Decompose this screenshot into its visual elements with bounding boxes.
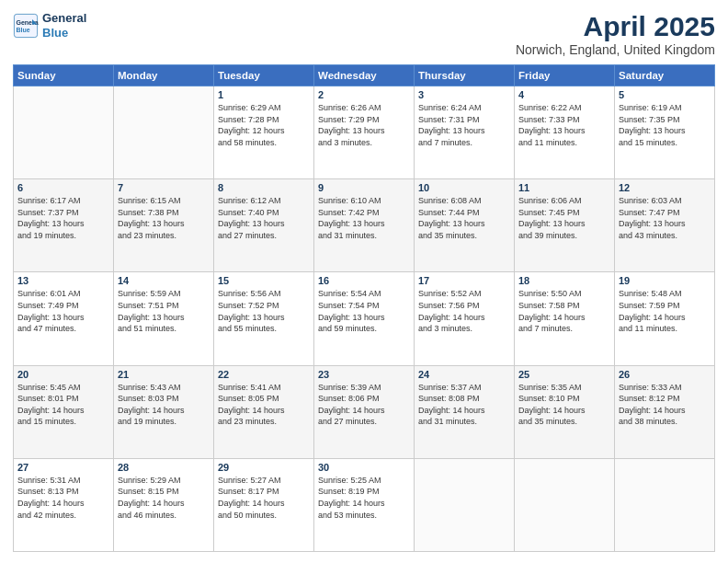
calendar-cell: 15Sunrise: 5:56 AM Sunset: 7:52 PM Dayli… xyxy=(214,272,314,365)
day-info: Sunrise: 5:37 AM Sunset: 8:08 PM Dayligh… xyxy=(418,382,510,428)
main-title: April 2025 xyxy=(516,11,715,42)
calendar-cell: 4Sunrise: 6:22 AM Sunset: 7:33 PM Daylig… xyxy=(515,86,615,179)
page: General Blue General Blue April 2025 Nor… xyxy=(0,0,728,563)
calendar-cell: 28Sunrise: 5:29 AM Sunset: 8:15 PM Dayli… xyxy=(114,458,214,551)
day-number: 4 xyxy=(518,89,610,100)
calendar-cell: 24Sunrise: 5:37 AM Sunset: 8:08 PM Dayli… xyxy=(415,365,515,458)
calendar-day-header: Friday xyxy=(515,65,615,86)
calendar-cell: 18Sunrise: 5:50 AM Sunset: 7:58 PM Dayli… xyxy=(515,272,615,365)
day-info: Sunrise: 5:27 AM Sunset: 8:17 PM Dayligh… xyxy=(218,475,310,521)
day-info: Sunrise: 5:35 AM Sunset: 8:10 PM Dayligh… xyxy=(518,382,610,428)
calendar-cell: 29Sunrise: 5:27 AM Sunset: 8:17 PM Dayli… xyxy=(214,458,314,551)
day-info: Sunrise: 6:06 AM Sunset: 7:45 PM Dayligh… xyxy=(518,195,610,241)
day-number: 10 xyxy=(418,182,510,193)
day-info: Sunrise: 6:24 AM Sunset: 7:31 PM Dayligh… xyxy=(418,102,510,148)
day-info: Sunrise: 5:41 AM Sunset: 8:05 PM Dayligh… xyxy=(218,382,310,428)
day-info: Sunrise: 6:17 AM Sunset: 7:37 PM Dayligh… xyxy=(17,195,109,241)
day-info: Sunrise: 6:15 AM Sunset: 7:38 PM Dayligh… xyxy=(118,195,210,241)
calendar-cell: 13Sunrise: 6:01 AM Sunset: 7:49 PM Dayli… xyxy=(14,272,114,365)
calendar-cell: 9Sunrise: 6:10 AM Sunset: 7:42 PM Daylig… xyxy=(314,179,415,272)
svg-rect-0 xyxy=(14,14,37,37)
day-info: Sunrise: 5:54 AM Sunset: 7:54 PM Dayligh… xyxy=(318,288,410,334)
calendar-cell xyxy=(615,458,715,551)
calendar-week-row: 6Sunrise: 6:17 AM Sunset: 7:37 PM Daylig… xyxy=(14,179,715,272)
day-info: Sunrise: 5:39 AM Sunset: 8:06 PM Dayligh… xyxy=(318,382,410,428)
calendar-cell: 1Sunrise: 6:29 AM Sunset: 7:28 PM Daylig… xyxy=(214,86,314,179)
day-info: Sunrise: 5:52 AM Sunset: 7:56 PM Dayligh… xyxy=(418,288,510,334)
day-number: 17 xyxy=(418,275,510,286)
day-number: 2 xyxy=(318,89,410,100)
calendar-cell xyxy=(14,86,114,179)
calendar-cell xyxy=(515,458,615,551)
calendar-week-row: 20Sunrise: 5:45 AM Sunset: 8:01 PM Dayli… xyxy=(14,365,715,458)
day-info: Sunrise: 6:03 AM Sunset: 7:47 PM Dayligh… xyxy=(619,195,711,241)
day-number: 23 xyxy=(318,369,410,380)
day-info: Sunrise: 6:08 AM Sunset: 7:44 PM Dayligh… xyxy=(418,195,510,241)
day-number: 21 xyxy=(118,369,210,380)
calendar-week-row: 13Sunrise: 6:01 AM Sunset: 7:49 PM Dayli… xyxy=(14,272,715,365)
calendar-cell: 2Sunrise: 6:26 AM Sunset: 7:29 PM Daylig… xyxy=(314,86,415,179)
calendar-day-header: Sunday xyxy=(14,65,114,86)
day-number: 15 xyxy=(218,275,310,286)
day-info: Sunrise: 6:26 AM Sunset: 7:29 PM Dayligh… xyxy=(318,102,410,148)
day-number: 30 xyxy=(318,462,410,473)
calendar-day-header: Saturday xyxy=(615,65,715,86)
calendar-cell: 20Sunrise: 5:45 AM Sunset: 8:01 PM Dayli… xyxy=(14,365,114,458)
calendar-cell: 10Sunrise: 6:08 AM Sunset: 7:44 PM Dayli… xyxy=(415,179,515,272)
logo-line1: General xyxy=(42,11,86,26)
calendar-table: SundayMondayTuesdayWednesdayThursdayFrid… xyxy=(13,64,715,552)
day-info: Sunrise: 5:50 AM Sunset: 7:58 PM Dayligh… xyxy=(518,288,610,334)
calendar-cell: 23Sunrise: 5:39 AM Sunset: 8:06 PM Dayli… xyxy=(314,365,415,458)
day-number: 16 xyxy=(318,275,410,286)
day-number: 29 xyxy=(218,462,310,473)
calendar-cell: 27Sunrise: 5:31 AM Sunset: 8:13 PM Dayli… xyxy=(14,458,114,551)
logo-line2: Blue xyxy=(42,26,86,40)
header: General Blue General Blue April 2025 Nor… xyxy=(13,11,715,57)
day-number: 1 xyxy=(218,89,310,100)
day-number: 5 xyxy=(619,89,711,100)
calendar-cell: 26Sunrise: 5:33 AM Sunset: 8:12 PM Dayli… xyxy=(615,365,715,458)
day-number: 19 xyxy=(619,275,711,286)
day-number: 12 xyxy=(619,182,711,193)
calendar-cell: 6Sunrise: 6:17 AM Sunset: 7:37 PM Daylig… xyxy=(14,179,114,272)
day-number: 18 xyxy=(518,275,610,286)
calendar-cell: 22Sunrise: 5:41 AM Sunset: 8:05 PM Dayli… xyxy=(214,365,314,458)
day-info: Sunrise: 6:19 AM Sunset: 7:35 PM Dayligh… xyxy=(619,102,711,148)
logo: General Blue General Blue xyxy=(13,11,86,40)
calendar-cell: 25Sunrise: 5:35 AM Sunset: 8:10 PM Dayli… xyxy=(515,365,615,458)
day-number: 11 xyxy=(518,182,610,193)
calendar-cell: 3Sunrise: 6:24 AM Sunset: 7:31 PM Daylig… xyxy=(415,86,515,179)
day-info: Sunrise: 5:45 AM Sunset: 8:01 PM Dayligh… xyxy=(17,382,109,428)
calendar-cell: 8Sunrise: 6:12 AM Sunset: 7:40 PM Daylig… xyxy=(214,179,314,272)
day-number: 22 xyxy=(218,369,310,380)
day-number: 27 xyxy=(17,462,109,473)
day-info: Sunrise: 6:10 AM Sunset: 7:42 PM Dayligh… xyxy=(318,195,410,241)
day-info: Sunrise: 6:12 AM Sunset: 7:40 PM Dayligh… xyxy=(218,195,310,241)
day-number: 3 xyxy=(418,89,510,100)
day-info: Sunrise: 5:48 AM Sunset: 7:59 PM Dayligh… xyxy=(619,288,711,334)
title-block: April 2025 Norwich, England, United King… xyxy=(516,11,715,57)
day-number: 26 xyxy=(619,369,711,380)
day-info: Sunrise: 5:43 AM Sunset: 8:03 PM Dayligh… xyxy=(118,382,210,428)
calendar-cell: 12Sunrise: 6:03 AM Sunset: 7:47 PM Dayli… xyxy=(615,179,715,272)
day-info: Sunrise: 5:25 AM Sunset: 8:19 PM Dayligh… xyxy=(318,475,410,521)
calendar-day-header: Thursday xyxy=(415,65,515,86)
calendar-cell xyxy=(114,86,214,179)
day-number: 25 xyxy=(518,369,610,380)
logo-text: General Blue xyxy=(42,11,86,40)
day-info: Sunrise: 5:29 AM Sunset: 8:15 PM Dayligh… xyxy=(118,475,210,521)
day-number: 9 xyxy=(318,182,410,193)
logo-icon: General Blue xyxy=(13,13,39,39)
subtitle: Norwich, England, United Kingdom xyxy=(516,42,715,57)
day-number: 7 xyxy=(118,182,210,193)
day-number: 24 xyxy=(418,369,510,380)
svg-text:Blue: Blue xyxy=(17,27,30,33)
calendar-day-header: Wednesday xyxy=(314,65,415,86)
day-number: 6 xyxy=(17,182,109,193)
calendar-cell: 5Sunrise: 6:19 AM Sunset: 7:35 PM Daylig… xyxy=(615,86,715,179)
day-info: Sunrise: 6:29 AM Sunset: 7:28 PM Dayligh… xyxy=(218,102,310,148)
day-number: 13 xyxy=(17,275,109,286)
calendar-cell xyxy=(415,458,515,551)
calendar-cell: 16Sunrise: 5:54 AM Sunset: 7:54 PM Dayli… xyxy=(314,272,415,365)
day-info: Sunrise: 5:31 AM Sunset: 8:13 PM Dayligh… xyxy=(17,475,109,521)
